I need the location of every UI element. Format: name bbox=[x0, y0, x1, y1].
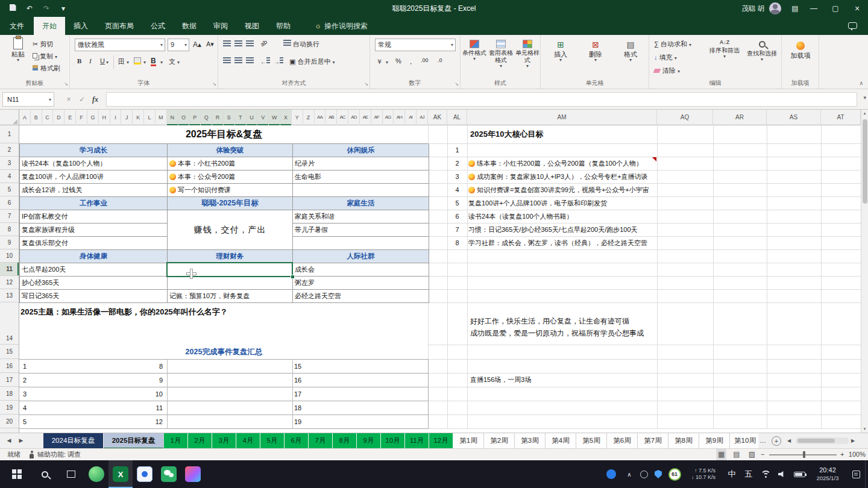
sheet-tab-week[interactable]: 第2周 bbox=[484, 433, 515, 449]
merge-center-button[interactable]: ▣ 合并后居中 ▾ bbox=[289, 57, 335, 66]
ribbon-tab[interactable]: 视图 bbox=[236, 17, 268, 35]
core-goal-item[interactable]: 读书24本（读复盘100个人物书籍） bbox=[468, 210, 573, 223]
task-view-button[interactable] bbox=[59, 460, 83, 488]
sheet-tab-week[interactable]: 第9周 bbox=[699, 433, 730, 449]
sheet-tab-month[interactable]: 8月 bbox=[333, 433, 357, 449]
redo-icon[interactable]: ↷ bbox=[39, 0, 54, 17]
column-header[interactable]: AD bbox=[348, 110, 360, 125]
ribbon-display-options-icon[interactable]: ▤ bbox=[787, 0, 803, 17]
sheet-nav-left-icon[interactable]: ◀ bbox=[4, 433, 14, 448]
align-top-icon[interactable] bbox=[223, 40, 231, 48]
sheet-tab-week[interactable]: 第7周 bbox=[638, 433, 668, 449]
row-header[interactable]: 16 bbox=[0, 359, 19, 373]
summary-row[interactable]: 2 9 16 bbox=[19, 374, 428, 387]
normal-view-icon[interactable]: ▦ bbox=[716, 449, 726, 460]
qat-customize-icon[interactable]: ▾ bbox=[55, 0, 71, 17]
table-cell[interactable]: 生命电影 bbox=[293, 170, 429, 184]
sheet-tab-week[interactable]: 第1周 bbox=[453, 433, 484, 449]
column-header-as[interactable]: AS bbox=[767, 110, 821, 125]
align-left-icon[interactable] bbox=[223, 57, 231, 65]
dialog-launcher-icon[interactable]: ↘ bbox=[64, 81, 68, 87]
fill-color-dropdown-icon[interactable]: ▾ bbox=[143, 60, 146, 65]
column-header-am[interactable]: AM bbox=[467, 110, 657, 125]
format-painter-button[interactable]: 格式刷 bbox=[33, 64, 60, 73]
minimize-button[interactable]: — bbox=[803, 0, 825, 17]
column-header[interactable]: AH bbox=[394, 110, 405, 125]
taskbar-app-media[interactable] bbox=[181, 460, 205, 488]
dialog-launcher-icon[interactable]: ↘ bbox=[364, 81, 368, 87]
column-header[interactable]: K bbox=[133, 110, 144, 125]
tab-file[interactable]: 文件 bbox=[0, 17, 34, 35]
number-format-select[interactable]: 常规▾ bbox=[375, 39, 456, 51]
sheet-tab-week[interactable]: 第4周 bbox=[546, 433, 576, 449]
table-header-cell[interactable]: 聪聪-2025年目标 bbox=[168, 197, 293, 210]
ribbon-tab[interactable]: 插入 bbox=[65, 17, 96, 35]
tray-expand-icon[interactable]: ∧ bbox=[622, 460, 637, 488]
summary-cell[interactable]: 1 bbox=[23, 360, 27, 373]
clock-tray[interactable]: 20:422025/1/3 bbox=[808, 460, 848, 488]
column-header[interactable]: AA bbox=[315, 110, 326, 125]
summary-row[interactable]: 3 10 17 bbox=[19, 387, 428, 401]
table-cell[interactable]: 粥左罗 bbox=[293, 277, 429, 290]
summary-cell[interactable]: 19 bbox=[294, 415, 301, 428]
scroll-down-icon[interactable]: ▼ bbox=[861, 427, 868, 431]
row-header[interactable]: 10 bbox=[0, 249, 19, 263]
sheet-tab-week[interactable]: 第5周 bbox=[576, 433, 607, 449]
dialog-launcher-icon[interactable]: ↘ bbox=[454, 81, 459, 87]
phonetic-icon[interactable]: 文 bbox=[169, 57, 175, 66]
row-header[interactable]: 1 bbox=[0, 125, 19, 143]
vertical-scroll-thumb[interactable] bbox=[863, 119, 867, 204]
page-break-view-icon[interactable]: ▨ bbox=[747, 449, 757, 460]
sheet-tab-month[interactable]: 6月 bbox=[285, 433, 309, 449]
summary-row[interactable]: 5 12 19 bbox=[19, 415, 428, 429]
conditional-formatting-button[interactable]: 条件格式 ▾ bbox=[462, 40, 487, 61]
hscroll-right-icon[interactable]: ▶ bbox=[851, 433, 855, 448]
cut-button[interactable]: ✂ 剪切 bbox=[33, 40, 53, 49]
table-header-cell[interactable]: 体验突破 bbox=[168, 144, 293, 157]
copy-button[interactable]: 复制 ▾ bbox=[33, 52, 57, 61]
undo-icon[interactable]: ↶ bbox=[22, 0, 37, 17]
row-header[interactable]: 5 bbox=[0, 183, 19, 196]
comments-icon[interactable] bbox=[848, 22, 857, 29]
table-cell[interactable]: 家庭关系和谐 bbox=[293, 210, 429, 224]
format-as-table-button[interactable]: 套用表格格式 ▾ bbox=[488, 40, 514, 69]
core-goal-item[interactable]: 知识付费课=复盘创富30讲卖99元，视频号+公众号+小宇宙 bbox=[468, 183, 649, 196]
start-button[interactable] bbox=[4, 460, 30, 488]
column-header-ar[interactable]: AR bbox=[713, 110, 767, 125]
column-header[interactable]: Q bbox=[201, 110, 212, 125]
summary-cell[interactable]: 17 bbox=[294, 387, 301, 401]
increase-indent-icon[interactable]: → bbox=[274, 57, 283, 65]
column-header-al[interactable]: AL bbox=[447, 110, 467, 125]
table-cell[interactable]: 记账：预算10万，财务复盘 bbox=[168, 290, 293, 303]
delete-cells-button[interactable]: ⊠ 删除 ▾ bbox=[582, 40, 609, 63]
zoom-in-icon[interactable]: + bbox=[840, 449, 844, 460]
row-header[interactable]: 11 bbox=[0, 263, 19, 276]
column-header[interactable]: W bbox=[269, 110, 280, 125]
enter-icon[interactable]: ✓ bbox=[76, 92, 88, 107]
sheet-tab-2025-active[interactable]: 2025目标复盘 bbox=[104, 433, 164, 449]
column-header[interactable]: AJ bbox=[417, 110, 428, 125]
core-goal-item[interactable]: 复盘100讲+个人品牌100讲，电子版和印刷发货 bbox=[468, 196, 607, 210]
column-header[interactable]: B bbox=[31, 110, 42, 125]
row-header[interactable]: 2 bbox=[0, 143, 19, 157]
table-header-cell[interactable]: 休闲娱乐 bbox=[293, 144, 429, 157]
goal-number-cell[interactable]: 6 bbox=[447, 210, 467, 223]
table-cell[interactable]: 本事：小红书200篇 bbox=[168, 157, 293, 170]
underline-button[interactable]: U bbox=[100, 57, 105, 64]
goal-number-cell[interactable]: 5 bbox=[447, 196, 467, 210]
table-header-cell[interactable]: 学习成长 bbox=[20, 144, 168, 157]
ribbon-tab[interactable]: 审阅 bbox=[205, 17, 236, 35]
tray-icon-generic[interactable] bbox=[637, 460, 651, 488]
sheet-tab-month[interactable]: 7月 bbox=[309, 433, 333, 449]
dialog-launcher-icon[interactable]: ↘ bbox=[212, 81, 216, 87]
column-header-aq[interactable]: AQ bbox=[657, 110, 713, 125]
decrease-indent-icon[interactable]: ← bbox=[260, 57, 270, 65]
vertical-scrollbar[interactable]: ▲ ▼ bbox=[861, 110, 868, 433]
table-cell[interactable]: 带儿子暑假 bbox=[293, 224, 429, 237]
sheet-tab-week[interactable]: 第8周 bbox=[668, 433, 699, 449]
row-header[interactable]: 20 bbox=[0, 414, 19, 428]
align-right-icon[interactable] bbox=[246, 57, 254, 65]
insert-cells-button[interactable]: ⊞ 插入 ▾ bbox=[547, 40, 574, 63]
action-center-button[interactable] bbox=[848, 460, 864, 488]
close-button[interactable]: × bbox=[846, 0, 868, 17]
